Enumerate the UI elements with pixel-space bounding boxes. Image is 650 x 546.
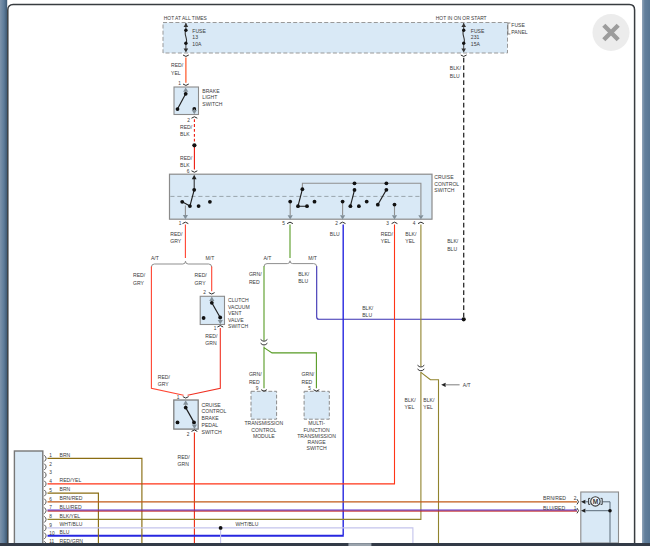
svg-text:CONTROL: CONTROL [251,427,276,433]
svg-text:RED/: RED/ [158,374,171,380]
svg-text:BLU: BLU [60,529,70,535]
svg-text:1: 1 [178,81,181,86]
svg-text:RED/: RED/ [171,62,184,68]
svg-text:CRUISE: CRUISE [202,402,222,408]
svg-text:3: 3 [386,221,389,226]
svg-text:2: 2 [203,290,206,295]
svg-text:RED/: RED/ [381,231,394,237]
svg-text:CONTROL: CONTROL [202,408,227,414]
svg-text:BLK/: BLK/ [405,397,417,403]
svg-text:RED: RED [249,379,260,385]
svg-text:RED/YEL: RED/YEL [60,477,82,483]
svg-text:RANGE: RANGE [308,439,327,445]
svg-text:GRY: GRY [133,280,145,286]
svg-text:1: 1 [177,395,180,400]
svg-text:BLK: BLK [180,131,190,137]
svg-text:BLK/: BLK/ [362,305,374,311]
svg-text:9: 9 [49,523,52,528]
svg-text:SWITCH: SWITCH [202,429,222,435]
svg-text:CRUISE: CRUISE [434,174,454,180]
svg-text:YEL: YEL [423,404,433,410]
svg-text:BLK/YEL: BLK/YEL [60,513,81,519]
svg-text:1: 1 [49,453,52,458]
svg-text:YEL: YEL [405,238,415,244]
svg-text:BLK: BLK [180,162,190,168]
svg-text:1: 1 [574,506,577,511]
svg-text:BRN: BRN [60,452,71,458]
svg-text:15A: 15A [471,41,481,47]
svg-text:BRN/RED: BRN/RED [543,495,566,501]
svg-text:10: 10 [49,531,55,536]
svg-text:10A: 10A [192,41,202,47]
svg-text:BLU/RED: BLU/RED [543,505,565,511]
svg-text:YEL: YEL [171,70,181,76]
svg-text:2: 2 [187,118,190,123]
svg-text:VALVE: VALVE [228,317,244,323]
svg-text:231: 231 [471,34,480,40]
svg-text:BLK/: BLK/ [405,231,417,237]
svg-text:4: 4 [413,221,416,226]
svg-text:WHT/BLU: WHT/BLU [60,521,83,527]
svg-text:BLU: BLU [362,312,372,318]
svg-text:TRANSMISSION: TRANSMISSION [297,433,336,439]
svg-text:M/T: M/T [206,255,215,261]
svg-text:GRN/: GRN/ [249,271,262,277]
svg-text:7: 7 [49,505,52,510]
svg-text:5: 5 [308,386,311,391]
svg-text:RED/: RED/ [180,124,193,130]
svg-text:GRN: GRN [178,461,190,467]
svg-text:M/T: M/T [308,255,317,261]
svg-text:6: 6 [187,169,190,174]
svg-text:SWITCH: SWITCH [202,101,222,107]
svg-text:RED/: RED/ [170,231,183,237]
svg-text:4: 4 [49,479,52,484]
svg-text:1: 1 [179,221,182,226]
svg-text:GRN/: GRN/ [302,371,315,377]
svg-text:FUSE: FUSE [511,22,525,28]
svg-text:5: 5 [282,221,285,226]
svg-text:GRN: GRN [205,340,217,346]
svg-text:BRAKE: BRAKE [202,88,220,94]
svg-text:WHT/BLU: WHT/BLU [235,521,258,527]
svg-text:LIGHT: LIGHT [202,94,217,100]
svg-text:13: 13 [192,34,198,40]
svg-text:CONTROL: CONTROL [434,181,459,187]
svg-text:A/T: A/T [151,255,159,261]
svg-text:M: M [593,498,599,505]
svg-text:BRAKE: BRAKE [202,415,220,421]
svg-text:HOT IN ON OR START: HOT IN ON OR START [436,16,487,21]
svg-text:BRN/RED: BRN/RED [60,495,83,501]
svg-text:RED/: RED/ [205,333,218,339]
svg-text:SWITCH: SWITCH [228,323,248,329]
svg-text:RED: RED [302,379,313,385]
svg-text:BLU: BLU [450,73,460,79]
svg-text:BLU: BLU [330,231,340,237]
svg-text:YEL: YEL [381,238,391,244]
svg-text:GRN/: GRN/ [249,371,262,377]
svg-text:BLU: BLU [298,278,308,284]
svg-text:BLU: BLU [447,246,457,252]
svg-text:VACUUM: VACUUM [228,304,250,310]
svg-text:9: 9 [256,386,259,391]
svg-text:YEL: YEL [405,404,415,410]
svg-text:PEDAL: PEDAL [202,422,219,428]
svg-text:2: 2 [49,462,52,467]
svg-text:SWITCH: SWITCH [434,187,454,193]
svg-text:RED/: RED/ [133,272,146,278]
svg-text:2: 2 [574,496,577,501]
svg-text:MODULE: MODULE [253,433,275,439]
svg-text:RED/: RED/ [180,155,193,161]
svg-text:A/T: A/T [263,255,271,261]
svg-text:SWITCH: SWITCH [307,445,327,451]
svg-text:8: 8 [49,514,52,519]
svg-text:RED: RED [249,279,260,285]
svg-text:PANEL: PANEL [511,29,527,35]
svg-text:BLK/: BLK/ [447,238,459,244]
svg-text:BLK/: BLK/ [298,271,310,277]
svg-text:GRY: GRY [195,280,207,286]
svg-text:BRN: BRN [60,486,71,492]
svg-text:A/T: A/T [463,382,471,388]
svg-text:BLK/: BLK/ [450,65,462,71]
svg-text:CLUTCH: CLUTCH [228,297,249,303]
svg-text:3: 3 [49,470,52,475]
